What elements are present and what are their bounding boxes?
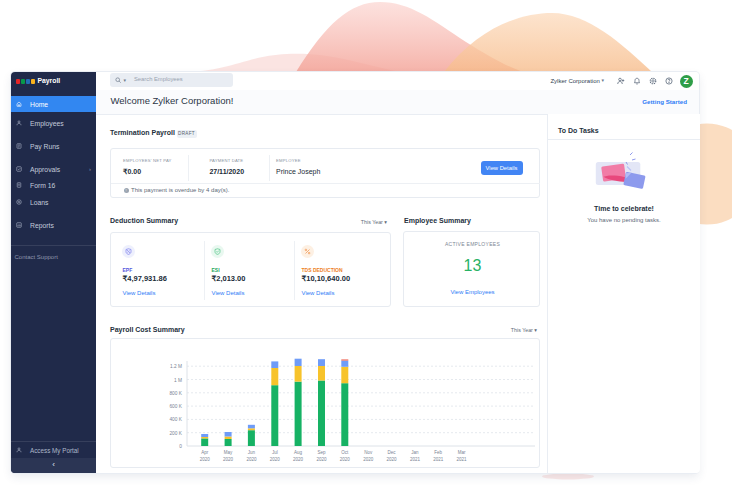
svg-text:Sep: Sep <box>317 450 326 455</box>
svg-text:Dec: Dec <box>387 450 396 455</box>
svg-text:2021: 2021 <box>457 457 468 462</box>
svg-text:200 K: 200 K <box>169 431 182 436</box>
svg-text:2020: 2020 <box>386 457 397 462</box>
svg-text:1 M: 1 M <box>174 378 182 383</box>
svg-text:400 K: 400 K <box>169 417 182 422</box>
svg-text:Jul: Jul <box>272 450 278 455</box>
svg-text:Nov: Nov <box>364 450 373 455</box>
svg-text:Aug: Aug <box>294 450 303 455</box>
svg-text:2020: 2020 <box>316 457 327 462</box>
svg-text:2020: 2020 <box>223 457 234 462</box>
svg-text:2020: 2020 <box>270 457 281 462</box>
svg-text:0: 0 <box>179 444 182 449</box>
svg-text:Oct: Oct <box>341 450 349 455</box>
svg-text:Feb: Feb <box>434 450 442 455</box>
svg-text:2020: 2020 <box>293 457 304 462</box>
svg-text:2020: 2020 <box>200 457 211 462</box>
svg-text:1.2 M: 1.2 M <box>170 364 182 369</box>
svg-text:2020: 2020 <box>363 457 374 462</box>
svg-text:May: May <box>224 450 233 455</box>
svg-text:Jan: Jan <box>411 450 419 455</box>
svg-text:800 K: 800 K <box>169 391 182 396</box>
svg-text:Apr: Apr <box>201 450 209 455</box>
svg-text:2021: 2021 <box>410 457 421 462</box>
svg-text:2020: 2020 <box>246 457 257 462</box>
svg-text:2020: 2020 <box>340 457 351 462</box>
svg-text:600 K: 600 K <box>169 404 182 409</box>
svg-text:Jun: Jun <box>248 450 256 455</box>
svg-text:2021: 2021 <box>433 457 444 462</box>
svg-text:Mar: Mar <box>458 450 466 455</box>
